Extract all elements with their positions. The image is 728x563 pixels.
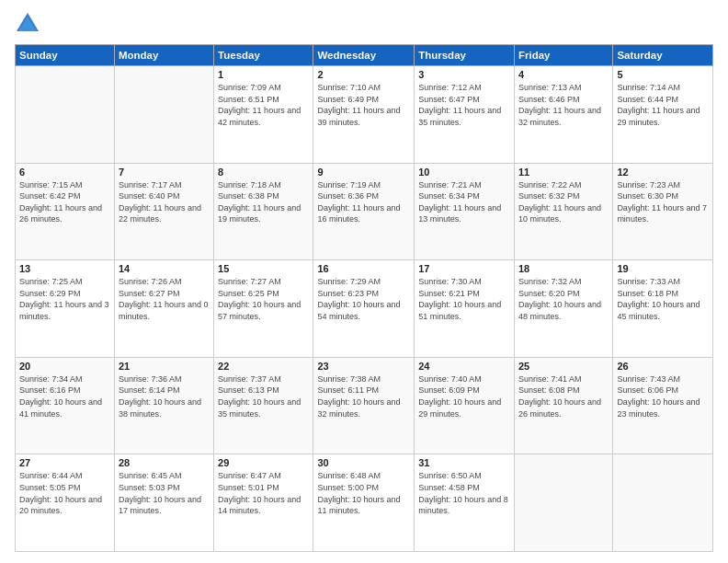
day-info: Sunrise: 7:17 AM Sunset: 6:40 PM Dayligh… xyxy=(119,179,210,225)
calendar-cell: 1Sunrise: 7:09 AM Sunset: 6:51 PM Daylig… xyxy=(214,66,313,164)
day-number: 31 xyxy=(418,457,510,468)
day-info: Sunrise: 7:19 AM Sunset: 6:36 PM Dayligh… xyxy=(317,179,410,225)
calendar-week-1: 1Sunrise: 7:09 AM Sunset: 6:51 PM Daylig… xyxy=(16,66,713,164)
day-number: 17 xyxy=(418,263,510,274)
calendar-cell: 16Sunrise: 7:29 AM Sunset: 6:23 PM Dayli… xyxy=(313,260,415,358)
calendar-cell: 27Sunrise: 6:44 AM Sunset: 5:05 PM Dayli… xyxy=(16,454,115,552)
col-header-friday: Friday xyxy=(514,45,612,66)
day-info: Sunrise: 7:26 AM Sunset: 6:27 PM Dayligh… xyxy=(119,276,210,322)
day-number: 14 xyxy=(119,263,210,274)
day-number: 4 xyxy=(518,69,609,80)
day-number: 18 xyxy=(518,263,609,274)
calendar-cell: 21Sunrise: 7:36 AM Sunset: 6:14 PM Dayli… xyxy=(114,357,213,454)
calendar-table: SundayMondayTuesdayWednesdayThursdayFrid… xyxy=(15,44,713,552)
day-number: 5 xyxy=(617,69,709,80)
day-info: Sunrise: 7:32 AM Sunset: 6:20 PM Dayligh… xyxy=(518,276,609,322)
calendar-cell: 31Sunrise: 6:50 AM Sunset: 4:58 PM Dayli… xyxy=(415,454,515,552)
day-info: Sunrise: 6:44 AM Sunset: 5:05 PM Dayligh… xyxy=(19,470,110,516)
day-number: 21 xyxy=(119,361,210,372)
calendar-cell xyxy=(613,454,713,552)
calendar-cell: 25Sunrise: 7:41 AM Sunset: 6:08 PM Dayli… xyxy=(514,357,612,454)
day-number: 30 xyxy=(317,457,410,468)
day-number: 19 xyxy=(617,263,709,274)
day-number: 26 xyxy=(617,361,709,372)
col-header-sunday: Sunday xyxy=(16,45,115,66)
day-number: 11 xyxy=(518,167,609,178)
calendar-cell: 29Sunrise: 6:47 AM Sunset: 5:01 PM Dayli… xyxy=(214,454,313,552)
day-info: Sunrise: 7:43 AM Sunset: 6:06 PM Dayligh… xyxy=(617,373,709,419)
calendar-cell: 4Sunrise: 7:13 AM Sunset: 6:46 PM Daylig… xyxy=(514,66,612,164)
calendar-cell xyxy=(114,66,213,164)
day-info: Sunrise: 6:45 AM Sunset: 5:03 PM Dayligh… xyxy=(119,470,210,516)
day-info: Sunrise: 7:22 AM Sunset: 6:32 PM Dayligh… xyxy=(518,179,609,225)
day-info: Sunrise: 7:27 AM Sunset: 6:25 PM Dayligh… xyxy=(218,276,309,322)
day-info: Sunrise: 7:23 AM Sunset: 6:30 PM Dayligh… xyxy=(617,179,709,225)
col-header-wednesday: Wednesday xyxy=(313,45,415,66)
col-header-saturday: Saturday xyxy=(613,45,713,66)
calendar-cell: 7Sunrise: 7:17 AM Sunset: 6:40 PM Daylig… xyxy=(114,163,213,260)
day-info: Sunrise: 7:18 AM Sunset: 6:38 PM Dayligh… xyxy=(218,179,309,225)
day-info: Sunrise: 7:15 AM Sunset: 6:42 PM Dayligh… xyxy=(19,179,110,225)
day-number: 15 xyxy=(218,263,309,274)
logo-icon xyxy=(15,11,40,37)
calendar-cell: 10Sunrise: 7:21 AM Sunset: 6:34 PM Dayli… xyxy=(415,163,515,260)
day-info: Sunrise: 7:41 AM Sunset: 6:08 PM Dayligh… xyxy=(518,373,609,419)
calendar-cell: 11Sunrise: 7:22 AM Sunset: 6:32 PM Dayli… xyxy=(514,163,612,260)
day-number: 29 xyxy=(218,457,309,468)
day-info: Sunrise: 7:09 AM Sunset: 6:51 PM Dayligh… xyxy=(218,82,309,128)
calendar-cell: 13Sunrise: 7:25 AM Sunset: 6:29 PM Dayli… xyxy=(16,260,115,358)
day-info: Sunrise: 7:29 AM Sunset: 6:23 PM Dayligh… xyxy=(317,276,410,322)
calendar-week-4: 20Sunrise: 7:34 AM Sunset: 6:16 PM Dayli… xyxy=(16,357,713,454)
calendar-cell: 5Sunrise: 7:14 AM Sunset: 6:44 PM Daylig… xyxy=(613,66,713,164)
calendar-cell: 24Sunrise: 7:40 AM Sunset: 6:09 PM Dayli… xyxy=(415,357,515,454)
calendar-cell: 20Sunrise: 7:34 AM Sunset: 6:16 PM Dayli… xyxy=(16,357,115,454)
calendar-cell: 8Sunrise: 7:18 AM Sunset: 6:38 PM Daylig… xyxy=(214,163,313,260)
calendar-cell: 22Sunrise: 7:37 AM Sunset: 6:13 PM Dayli… xyxy=(214,357,313,454)
calendar-header-row: SundayMondayTuesdayWednesdayThursdayFrid… xyxy=(16,45,713,66)
day-info: Sunrise: 7:37 AM Sunset: 6:13 PM Dayligh… xyxy=(218,373,309,419)
calendar-cell: 18Sunrise: 7:32 AM Sunset: 6:20 PM Dayli… xyxy=(514,260,612,358)
calendar-week-2: 6Sunrise: 7:15 AM Sunset: 6:42 PM Daylig… xyxy=(16,163,713,260)
day-info: Sunrise: 7:25 AM Sunset: 6:29 PM Dayligh… xyxy=(19,276,110,322)
day-info: Sunrise: 7:12 AM Sunset: 6:47 PM Dayligh… xyxy=(418,82,510,128)
day-number: 22 xyxy=(218,361,309,372)
day-info: Sunrise: 7:30 AM Sunset: 6:21 PM Dayligh… xyxy=(418,276,510,322)
calendar-cell: 19Sunrise: 7:33 AM Sunset: 6:18 PM Dayli… xyxy=(613,260,713,358)
day-info: Sunrise: 6:50 AM Sunset: 4:58 PM Dayligh… xyxy=(418,470,510,516)
day-number: 20 xyxy=(19,361,110,372)
day-info: Sunrise: 7:38 AM Sunset: 6:11 PM Dayligh… xyxy=(317,373,410,419)
day-number: 16 xyxy=(317,263,410,274)
day-info: Sunrise: 7:14 AM Sunset: 6:44 PM Dayligh… xyxy=(617,82,709,128)
day-number: 24 xyxy=(418,361,510,372)
day-info: Sunrise: 7:21 AM Sunset: 6:34 PM Dayligh… xyxy=(418,179,510,225)
day-number: 28 xyxy=(119,457,210,468)
calendar-cell: 17Sunrise: 7:30 AM Sunset: 6:21 PM Dayli… xyxy=(415,260,515,358)
day-number: 13 xyxy=(19,263,110,274)
calendar-cell: 3Sunrise: 7:12 AM Sunset: 6:47 PM Daylig… xyxy=(415,66,515,164)
day-info: Sunrise: 7:34 AM Sunset: 6:16 PM Dayligh… xyxy=(19,373,110,419)
day-info: Sunrise: 7:33 AM Sunset: 6:18 PM Dayligh… xyxy=(617,276,709,322)
calendar-cell: 2Sunrise: 7:10 AM Sunset: 6:49 PM Daylig… xyxy=(313,66,415,164)
day-info: Sunrise: 7:13 AM Sunset: 6:46 PM Dayligh… xyxy=(518,82,609,128)
day-info: Sunrise: 7:40 AM Sunset: 6:09 PM Dayligh… xyxy=(418,373,510,419)
calendar-cell: 12Sunrise: 7:23 AM Sunset: 6:30 PM Dayli… xyxy=(613,163,713,260)
calendar-cell xyxy=(514,454,612,552)
day-number: 27 xyxy=(19,457,110,468)
day-number: 25 xyxy=(518,361,609,372)
day-info: Sunrise: 7:10 AM Sunset: 6:49 PM Dayligh… xyxy=(317,82,410,128)
day-number: 8 xyxy=(218,167,309,178)
day-number: 10 xyxy=(418,167,510,178)
calendar-cell: 23Sunrise: 7:38 AM Sunset: 6:11 PM Dayli… xyxy=(313,357,415,454)
day-number: 23 xyxy=(317,361,410,372)
day-info: Sunrise: 6:48 AM Sunset: 5:00 PM Dayligh… xyxy=(317,470,410,516)
calendar-cell: 30Sunrise: 6:48 AM Sunset: 5:00 PM Dayli… xyxy=(313,454,415,552)
day-number: 9 xyxy=(317,167,410,178)
calendar-week-5: 27Sunrise: 6:44 AM Sunset: 5:05 PM Dayli… xyxy=(16,454,713,552)
page: SundayMondayTuesdayWednesdayThursdayFrid… xyxy=(0,0,728,563)
calendar-cell: 15Sunrise: 7:27 AM Sunset: 6:25 PM Dayli… xyxy=(214,260,313,358)
day-number: 1 xyxy=(218,69,309,80)
day-number: 2 xyxy=(317,69,410,80)
day-number: 6 xyxy=(19,167,110,178)
day-number: 7 xyxy=(119,167,210,178)
col-header-thursday: Thursday xyxy=(415,45,515,66)
